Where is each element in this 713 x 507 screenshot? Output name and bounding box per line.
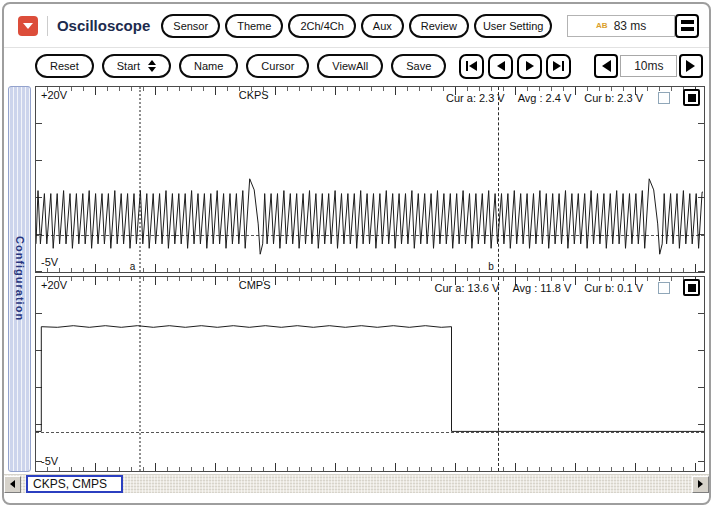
menu-button[interactable] <box>675 14 699 38</box>
channel-color-button[interactable] <box>683 279 700 296</box>
channel-color-button[interactable] <box>683 89 700 106</box>
transport-controls <box>459 54 571 79</box>
chevron-down-icon <box>23 23 33 29</box>
sensor-button[interactable]: Sensor <box>161 14 220 38</box>
app-window: Oscilloscope Sensor Theme 2Ch/4Ch Aux Re… <box>2 2 711 505</box>
app-icon[interactable] <box>18 16 38 36</box>
channel-cmps: +20V CMPS Cur a: 13.6 V Avg : 11.8 V Cur… <box>35 276 705 472</box>
save-button[interactable]: Save <box>391 54 446 78</box>
menu-icon <box>681 20 694 24</box>
channel-header: +20V CKPS Cur a: 2.3 V Avg : 2.4 V Cur b… <box>41 89 700 106</box>
reset-button[interactable]: Reset <box>35 54 94 78</box>
skip-start-button[interactable] <box>459 54 484 79</box>
skip-end-button[interactable] <box>546 54 571 79</box>
top-voltage-label: +20V <box>41 279 67 291</box>
channel-checkbox[interactable] <box>658 282 670 294</box>
top-voltage-label: +20V <box>41 89 67 101</box>
cursor-time-value: 83 ms <box>614 19 647 33</box>
configuration-tab[interactable]: Configuration <box>8 86 31 472</box>
viewall-button[interactable]: ViewAll <box>317 54 383 78</box>
channel-name: CKPS <box>239 89 269 101</box>
skip-end-icon <box>553 61 561 71</box>
page-title: Oscilloscope <box>57 17 150 34</box>
cursor-time-display: AB 83 ms <box>567 15 675 37</box>
cursor-b-value: Cur b: 0.1 V <box>584 282 643 294</box>
active-channels-label: CKPS, CMPS <box>26 475 123 493</box>
channel-checkbox[interactable] <box>658 92 670 104</box>
timebase-value: 10ms <box>620 55 677 77</box>
title-divider <box>47 16 48 36</box>
start-spinner-icon <box>148 60 156 72</box>
scroll-left-icon <box>10 480 15 488</box>
ckps-waveform <box>36 87 704 272</box>
scroll-left-button[interactable] <box>4 476 21 493</box>
skip-start-icon <box>466 61 468 71</box>
theme-button[interactable]: Theme <box>225 14 283 38</box>
ab-cursors-icon: AB <box>596 22 608 30</box>
cmps-waveform <box>36 277 704 471</box>
timebase-right-icon <box>686 60 695 72</box>
avg-value: Avg : 11.8 V <box>512 282 571 294</box>
cursor-a-tag: a <box>129 261 137 272</box>
main-area: Configuration +20V CKPS Cur a: 2.3 V Av <box>4 84 709 472</box>
scroll-right-button[interactable] <box>692 476 709 493</box>
prev-button[interactable] <box>488 54 513 79</box>
user-setting-button[interactable]: User Setting <box>474 14 553 38</box>
channel-ckps: +20V CKPS Cur a: 2.3 V Avg : 2.4 V Cur b… <box>35 86 705 273</box>
menu-icon <box>681 27 694 31</box>
channel-name: CMPS <box>239 279 271 291</box>
timebase-increase-button[interactable] <box>679 54 703 78</box>
name-button[interactable]: Name <box>179 54 238 78</box>
cursor-b-tag: b <box>487 261 495 272</box>
toolbar: Reset Start Name Cursor ViewAll Save 10m… <box>4 48 709 84</box>
channel-header: +20V CMPS Cur a: 13.6 V Avg : 11.8 V Cur… <box>41 279 700 296</box>
cursor-a-value: Cur a: 2.3 V <box>446 92 505 104</box>
avg-value: Avg : 2.4 V <box>518 92 572 104</box>
configuration-tab-label: Configuration <box>14 236 26 321</box>
prev-icon <box>497 61 505 71</box>
scroll-right-icon <box>698 480 703 488</box>
cursor-a-value: Cur a: 13.6 V <box>435 282 500 294</box>
cursor-b-value: Cur b: 2.3 V <box>584 92 643 104</box>
status-scrollbar: CKPS, CMPS <box>4 474 709 493</box>
start-button[interactable]: Start <box>102 54 171 78</box>
channel-mode-button[interactable]: 2Ch/4Ch <box>288 14 355 38</box>
review-button[interactable]: Review <box>409 14 469 38</box>
cursor-button[interactable]: Cursor <box>246 54 309 78</box>
next-button[interactable] <box>517 54 542 79</box>
timebase-selector: 10ms <box>594 54 703 78</box>
timebase-decrease-button[interactable] <box>594 54 618 78</box>
bottom-voltage-label: -5V <box>41 455 58 467</box>
next-icon <box>526 61 534 71</box>
aux-button[interactable]: Aux <box>361 14 404 38</box>
title-bar: Oscilloscope Sensor Theme 2Ch/4Ch Aux Re… <box>4 4 709 48</box>
scope-plots: +20V CKPS Cur a: 2.3 V Avg : 2.4 V Cur b… <box>35 86 705 472</box>
bottom-voltage-label: -5V <box>41 256 58 268</box>
